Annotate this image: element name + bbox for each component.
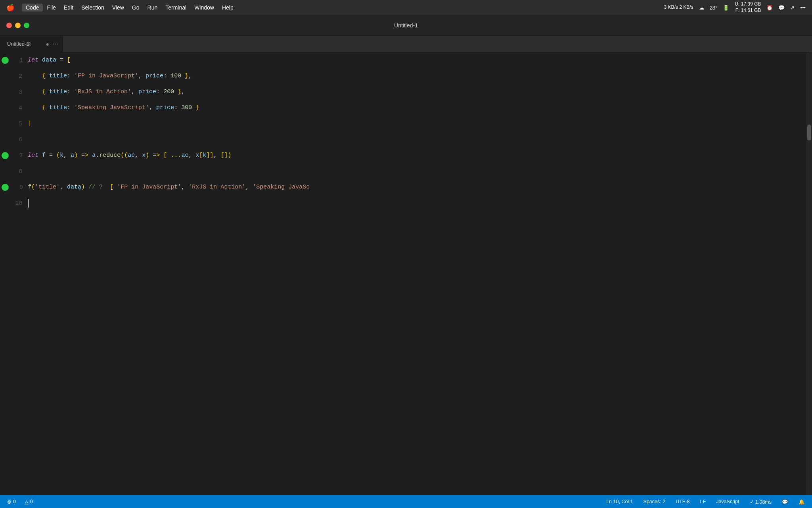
eol[interactable]: LF <box>699 498 708 505</box>
language-mode[interactable]: JavaScript <box>714 498 741 505</box>
encoding[interactable]: UTF-8 <box>674 498 691 505</box>
gutter-line-7: 7 <box>0 148 28 164</box>
line-number-9: 9 <box>9 184 28 191</box>
apple-menu[interactable]: 🍎 <box>6 4 15 12</box>
status-errors[interactable]: ⊗ 0 <box>6 498 17 506</box>
bell-icon: 🔔 <box>799 499 805 505</box>
line-number-3: 3 <box>0 89 27 96</box>
feedback-icon[interactable]: 💬 <box>780 498 790 506</box>
status-right: Ln 10, Col 1 Spaces: 2 UTF-8 LF JavaScri… <box>605 498 806 506</box>
code-line-8 <box>28 164 812 179</box>
code-line-5: ] <box>28 116 812 132</box>
icon-messages: 💬 <box>778 5 785 11</box>
notification-icon[interactable]: 🔔 <box>797 498 806 506</box>
menu-help[interactable]: Help <box>218 4 237 12</box>
line-number-8: 8 <box>0 168 27 175</box>
maximize-button[interactable] <box>24 23 29 28</box>
code-editor[interactable]: let data = [ { title: 'FP in JavaScript'… <box>28 52 812 495</box>
titlebar: Untitled-1 <box>0 15 812 36</box>
minimize-button[interactable] <box>15 23 21 28</box>
window-title: Untitled-1 <box>394 22 418 29</box>
status-warnings[interactable]: △ 0 <box>23 498 34 506</box>
menu-terminal[interactable]: Terminal <box>161 4 190 12</box>
menu-code[interactable]: Code <box>22 4 43 12</box>
menu-go[interactable]: Go <box>128 4 144 12</box>
cursor-pos-label: Ln 10, Col 1 <box>606 499 633 504</box>
line-number-10: 10 <box>0 200 27 207</box>
language-label: JavaScript <box>716 499 739 504</box>
code-line-10 <box>28 195 812 211</box>
clock-icon: ⏰ <box>766 5 773 11</box>
traffic-lights <box>6 23 29 28</box>
split-editor-icon[interactable]: ⊞ <box>26 41 31 47</box>
icon-more[interactable]: ••• <box>800 5 806 11</box>
scrollbar-thumb[interactable] <box>807 125 811 140</box>
statusbar: ⊗ 0 △ 0 Ln 10, Col 1 Spaces: 2 UTF-8 LF … <box>0 495 812 508</box>
line-number-1: 1 <box>9 57 28 64</box>
code-line-2: { title: 'FP in JavaScript', price: 100 … <box>28 68 812 84</box>
menu-run[interactable]: Run <box>144 4 162 12</box>
warning-icon: △ <box>25 499 29 505</box>
eol-label: LF <box>700 499 706 504</box>
menu-file[interactable]: File <box>43 4 60 12</box>
menubar-right: 3 KB/s 2 KB/s ☁ 28° 🔋 U: 17.39 GB F: 14.… <box>664 1 806 13</box>
scrollbar-track[interactable] <box>806 52 812 495</box>
line-number-7: 7 <box>9 152 28 159</box>
battery-icon: 🔋 <box>723 5 729 11</box>
error-icon: ⊗ <box>7 499 11 505</box>
line-number-5: 5 <box>0 121 27 127</box>
breakpoint-1[interactable] <box>2 57 9 64</box>
perf-indicator[interactable]: ✓ 1.08ms <box>748 498 773 506</box>
menu-view[interactable]: View <box>108 4 128 12</box>
line-number-6: 6 <box>0 137 27 143</box>
temperature: 28° <box>710 5 718 11</box>
menu-window[interactable]: Window <box>190 4 218 12</box>
tab-actions: ⊞ ● ··· <box>26 40 58 48</box>
code-line-4: { title: 'Speaking JavaScript', price: 3… <box>28 100 812 116</box>
close-button[interactable] <box>6 23 12 28</box>
gutter-line-1: 1 <box>0 52 28 68</box>
gutter-line-8: 8 <box>0 164 28 179</box>
perf-label: ✓ 1.08ms <box>750 499 772 505</box>
tabbar: Untitled-1 ⊞ ● ··· <box>0 36 812 52</box>
code-line-6 <box>28 132 812 148</box>
icon-arrow: ↗ <box>790 5 795 11</box>
code-line-9: f('title', data) // ? [ 'FP in JavaScrip… <box>28 179 812 195</box>
code-line-7: let f = (k, a) => a.reduce((ac, x) => [ … <box>28 148 812 164</box>
indentation[interactable]: Spaces: 2 <box>642 498 667 505</box>
breakpoint-7[interactable] <box>2 152 9 159</box>
network-stats: 3 KB/s 2 KB/s <box>664 4 693 11</box>
gutter-line-10: 10 <box>0 195 28 211</box>
gutter-line-6: 6 <box>0 132 28 148</box>
editor-area: 1 2 3 4 5 6 7 8 9 <box>0 52 812 495</box>
chat-icon: 💬 <box>782 499 788 505</box>
menu-edit[interactable]: Edit <box>60 4 77 12</box>
warning-count: 0 <box>30 499 33 504</box>
weather-widget: ☁ <box>699 5 704 11</box>
line-gutter: 1 2 3 4 5 6 7 8 9 <box>0 52 28 495</box>
storage-info: U: 17.39 GB F: 14.61 GB <box>735 1 761 13</box>
gutter-line-4: 4 <box>0 100 28 116</box>
tab-dot-icon: ● <box>46 41 49 47</box>
code-line-1: let data = [ <box>28 52 812 68</box>
cursor-position[interactable]: Ln 10, Col 1 <box>605 498 634 505</box>
gutter-line-5: 5 <box>0 116 28 132</box>
spaces-label: Spaces: 2 <box>643 499 666 504</box>
line-number-4: 4 <box>0 105 27 112</box>
gutter-line-9: 9 <box>0 179 28 195</box>
error-count: 0 <box>13 499 16 504</box>
breakpoint-9[interactable] <box>2 184 9 191</box>
tab-more-icon[interactable]: ··· <box>52 40 58 48</box>
encoding-label: UTF-8 <box>676 499 689 504</box>
menubar: 🍎 Code File Edit Selection View Go Run T… <box>0 0 812 15</box>
gutter-line-3: 3 <box>0 84 28 100</box>
gutter-line-2: 2 <box>0 68 28 84</box>
editor-tab-untitled[interactable]: Untitled-1 ⊞ ● ··· <box>0 36 63 52</box>
line-number-2: 2 <box>0 73 27 80</box>
code-line-3: { title: 'RxJS in Action', price: 200 }, <box>28 84 812 100</box>
menu-selection[interactable]: Selection <box>77 4 108 12</box>
status-left: ⊗ 0 △ 0 <box>6 498 34 506</box>
